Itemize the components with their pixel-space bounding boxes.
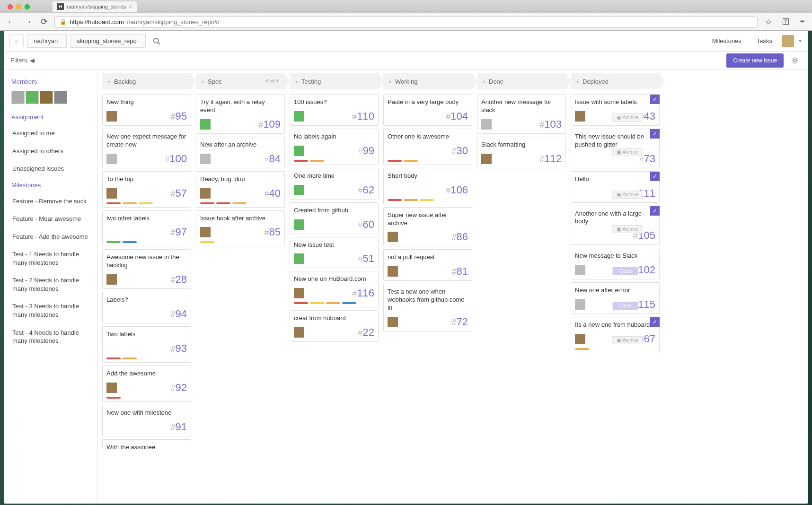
- assignee-avatar[interactable]: [481, 119, 492, 130]
- browser-tab[interactable]: H rauhryan/skipping_stones ×: [53, 1, 137, 12]
- issue-card[interactable]: Another one with a large body#105✓▣Archi…: [571, 206, 660, 245]
- sidebar-milestone-item[interactable]: Test - 4 Needs to handle many milestones: [4, 324, 97, 350]
- member-avatar[interactable]: [40, 91, 53, 104]
- issue-card[interactable]: 100 issues?#110: [290, 94, 379, 126]
- menu-button[interactable]: ≡: [9, 34, 24, 48]
- assignee-avatar[interactable]: [294, 219, 304, 230]
- assignee-avatar[interactable]: [575, 299, 585, 310]
- column-header[interactable]: ▾Done: [477, 73, 566, 89]
- create-new-issue-button[interactable]: Create new issue: [726, 53, 784, 68]
- assignee-avatar[interactable]: [575, 334, 585, 344]
- issue-card[interactable]: New message to Slack#102Close: [571, 248, 660, 279]
- sidebar-milestone-item[interactable]: Feature - Moar awesome: [4, 210, 97, 228]
- breadcrumb-owner[interactable]: rauhryan: [27, 34, 67, 48]
- issue-card[interactable]: two other labels#97: [102, 210, 191, 247]
- issue-card[interactable]: Add the awesome#92: [102, 366, 191, 402]
- assignee-avatar[interactable]: [200, 154, 211, 164]
- sidebar-assignment-item[interactable]: Assigned to others: [4, 142, 97, 160]
- issue-card[interactable]: Two labels#93: [102, 326, 191, 363]
- issue-card[interactable]: New one with milestone#91: [102, 405, 191, 436]
- close-button[interactable]: Close: [613, 302, 638, 310]
- sidebar-milestone-item[interactable]: Test - 1 Needs to handle many milestones: [4, 245, 97, 271]
- sidebar-assignment-item[interactable]: Unassigned issues: [4, 160, 97, 178]
- archive-button[interactable]: ▣Archive: [612, 148, 643, 156]
- assignee-avatar[interactable]: [106, 154, 117, 164]
- assignee-avatar[interactable]: [294, 111, 304, 122]
- bookmark-icon[interactable]: ☆: [762, 17, 775, 27]
- archive-button[interactable]: ▣Archive: [612, 336, 643, 344]
- issue-card[interactable]: Super new issue after archive#86: [383, 207, 472, 247]
- browser-menu-icon[interactable]: ≡: [797, 17, 807, 27]
- issue-card[interactable]: No labels again#99: [290, 129, 379, 165]
- issue-card[interactable]: New after an archive#84: [196, 137, 285, 168]
- issue-card[interactable]: New thing#95: [102, 94, 191, 126]
- member-avatar[interactable]: [54, 91, 67, 104]
- issue-card[interactable]: Its a new one from huboard#67✓▣Archive: [571, 317, 660, 353]
- issue-card[interactable]: To the top#57: [102, 171, 191, 208]
- issue-card[interactable]: Paste in a very large body#104: [383, 94, 472, 126]
- archive-button[interactable]: ▣Archive: [612, 225, 643, 233]
- assignee-avatar[interactable]: [294, 185, 304, 195]
- assignee-avatar[interactable]: [106, 274, 117, 285]
- sidebar-milestone-item[interactable]: Test - 2 Needs to handle many milestones: [4, 271, 97, 297]
- assignee-avatar[interactable]: [388, 232, 398, 242]
- settings-button[interactable]: [788, 54, 802, 67]
- column-header[interactable]: ▾Deployed: [571, 73, 660, 89]
- issue-card[interactable]: New one on HuBoard.com#116: [290, 271, 379, 307]
- assignee-avatar[interactable]: [294, 327, 304, 338]
- reload-button[interactable]: ⟳: [39, 16, 50, 28]
- issue-card[interactable]: New one expect message for create new#10…: [102, 129, 191, 168]
- user-menu-caret-icon[interactable]: ▼: [798, 38, 803, 44]
- minimize-window-icon[interactable]: [16, 4, 21, 9]
- back-button[interactable]: ←: [5, 16, 17, 28]
- issue-card[interactable]: Labels?#94: [102, 292, 191, 323]
- filters-toggle[interactable]: Filters ◀: [10, 57, 35, 64]
- assignee-avatar[interactable]: [388, 266, 398, 277]
- assignee-avatar[interactable]: [106, 383, 117, 393]
- issue-card[interactable]: Issue with some labels#43✓▣Archive: [571, 94, 660, 126]
- close-button[interactable]: Close: [613, 267, 638, 275]
- issue-card[interactable]: Hello#111✓▣Archive: [571, 171, 660, 203]
- assignee-avatar[interactable]: [106, 111, 117, 122]
- assignee-avatar[interactable]: [575, 265, 585, 275]
- assignee-avatar[interactable]: [575, 111, 585, 122]
- assignee-avatar[interactable]: [294, 288, 304, 298]
- issue-card[interactable]: Awesome new issue in the backlog#28: [102, 249, 191, 289]
- archive-button[interactable]: ▣Archive: [612, 113, 643, 122]
- assignee-avatar[interactable]: [294, 146, 304, 156]
- close-window-icon[interactable]: [8, 4, 13, 9]
- column-header[interactable]: ▾Backlog: [102, 73, 191, 89]
- nav-tasks[interactable]: Tasks: [751, 37, 778, 44]
- url-field[interactable]: 🔒 https://huboard.com/rauhryan/skipping_…: [54, 16, 758, 28]
- issue-card[interactable]: Another new message for slack#103: [477, 94, 566, 134]
- member-avatar[interactable]: [26, 91, 39, 104]
- assignee-avatar[interactable]: [200, 188, 211, 199]
- issue-card[interactable]: Other one is awesome#30: [383, 129, 472, 165]
- maximize-window-icon[interactable]: [25, 4, 30, 9]
- issue-card[interactable]: Try it again, with a relay event#109: [196, 94, 285, 134]
- column-header[interactable]: ▾Working: [383, 73, 472, 89]
- column-header[interactable]: ▾Spec4 of 4: [196, 73, 285, 89]
- assignee-avatar[interactable]: [200, 119, 211, 130]
- assignee-avatar[interactable]: [200, 227, 211, 237]
- forward-button[interactable]: →: [22, 16, 34, 28]
- search-button[interactable]: [150, 34, 164, 48]
- issue-card[interactable]: Ready, bug, dup#40: [196, 171, 285, 208]
- sidebar-milestone-item[interactable]: Test - 3 Needs to handle many milestones: [4, 297, 97, 323]
- issue-card[interactable]: Issue hook after archive#85: [196, 210, 285, 247]
- issue-card[interactable]: New issue test#51: [290, 237, 379, 269]
- assignee-avatar[interactable]: [106, 188, 117, 199]
- sidebar-milestone-item[interactable]: Feature - Remove the suck: [4, 192, 97, 210]
- user-avatar[interactable]: [782, 35, 794, 47]
- assignee-avatar[interactable]: [388, 317, 398, 327]
- tab-close-icon[interactable]: ×: [129, 4, 132, 9]
- sidebar-milestone-item[interactable]: Feature - Add the awesome: [4, 228, 97, 246]
- issue-card[interactable]: Created from github#60: [290, 202, 379, 234]
- issue-card[interactable]: Test a new one when webhooks from github…: [383, 284, 472, 331]
- breadcrumb-repo[interactable]: skipping_stones_repo: [71, 34, 145, 48]
- member-avatar[interactable]: [11, 91, 25, 104]
- sidebar-assignment-item[interactable]: Assigned to me: [4, 124, 97, 142]
- issue-card[interactable]: New one after errror#115Close: [571, 282, 660, 314]
- issue-card[interactable]: Slack formatting#112: [477, 137, 566, 168]
- issue-card[interactable]: One more time#62: [290, 168, 379, 200]
